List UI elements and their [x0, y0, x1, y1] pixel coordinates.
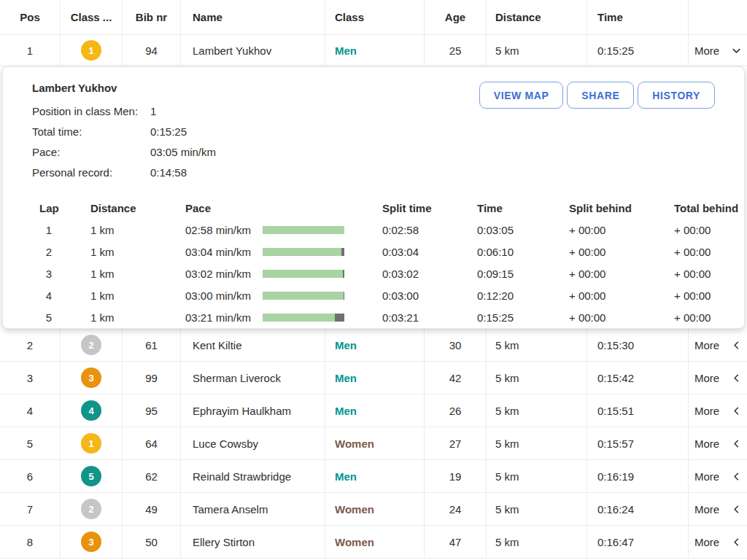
detail-value: 0:15:25: [150, 121, 216, 141]
table-row: 2 2 61 Kent Kiltie Men 30 5 km 0:15:30 M…: [0, 329, 747, 362]
lap-distance-col-header: Distance: [90, 202, 185, 214]
position-cell: 5: [0, 427, 61, 460]
lap-split-time: 0:03:04: [382, 246, 477, 258]
lap-distance: 1 km: [90, 289, 185, 302]
position-cell: 3: [0, 362, 61, 394]
name-cell: Lambert Yukhov: [181, 35, 325, 66]
lap-number: 5: [32, 311, 66, 324]
pace-behind-segment: [344, 292, 344, 300]
class-cell: Men: [325, 35, 425, 66]
distance-cell: 5 km: [487, 427, 587, 460]
distance-cell: 5 km: [487, 362, 587, 394]
bib-cell: 64: [123, 427, 181, 460]
class-position-cell: 3: [61, 362, 123, 394]
time-cell: 0:15:42: [587, 362, 689, 394]
more-label: More: [694, 372, 719, 384]
more-toggle[interactable]: More: [689, 427, 747, 460]
time-cell: 0:16:24: [587, 493, 689, 526]
lap-table: Lap Distance Pace Split time Time Split …: [32, 197, 735, 328]
more-toggle[interactable]: More: [689, 493, 747, 526]
more-label: More: [694, 536, 719, 548]
lap-split-time: 0:02:58: [382, 224, 477, 236]
col-header-age[interactable]: Age: [425, 0, 487, 35]
more-label: More: [694, 405, 719, 417]
lap-row: 5 1 km 03:21 min/km 0:03:21 0:15:25 + 00…: [32, 306, 735, 328]
lap-time: 0:03:05: [477, 224, 569, 236]
more-toggle[interactable]: More: [689, 460, 747, 493]
time-cell: 0:15:25: [587, 35, 689, 66]
name-cell: Kent Kiltie: [181, 329, 325, 362]
col-header-class[interactable]: Class: [325, 0, 425, 35]
class-position-cell: 2: [61, 493, 123, 526]
lap-total-behind: + 00:00: [674, 289, 744, 302]
more-toggle[interactable]: More: [689, 526, 747, 559]
time-cell: 0:15:51: [587, 394, 689, 427]
pace-behind-segment: [343, 270, 344, 278]
bib-cell: 62: [123, 460, 181, 493]
lap-pace: 03:02 min/km: [185, 268, 382, 280]
chevron-down-icon: [731, 45, 742, 56]
chevron-left-icon: [731, 373, 742, 384]
class-position-badge: 3: [81, 368, 101, 388]
class-position-cell: 3: [61, 526, 123, 559]
bib-cell: 99: [123, 362, 181, 394]
lap-pace-col-header: Pace: [185, 202, 382, 214]
lap-total-behind: + 00:00: [674, 268, 744, 280]
class-position-badge: 1: [81, 433, 101, 454]
more-label: More: [694, 438, 719, 450]
name-cell: Ellery Stirton: [181, 526, 325, 559]
age-cell: 25: [425, 35, 487, 66]
col-header-name[interactable]: Name: [181, 0, 325, 35]
more-toggle[interactable]: More: [689, 362, 747, 394]
col-header-distance[interactable]: Distance: [487, 0, 587, 35]
lap-split-behind-col-header: Split behind: [569, 202, 674, 214]
lap-pace: 03:21 min/km: [185, 311, 382, 324]
history-button[interactable]: HISTORY: [638, 82, 715, 109]
class-position-cell: 1: [61, 427, 123, 460]
lap-total-behind: + 00:00: [674, 311, 744, 324]
lap-time: 0:12:20: [477, 289, 569, 302]
class-position-badge: 2: [81, 499, 101, 519]
lap-time-col-header: Time: [477, 202, 569, 214]
col-header-more: [689, 0, 747, 35]
name-cell: Sherman Liverock: [181, 362, 325, 394]
col-header-class-pos[interactable]: Class ...: [61, 0, 123, 35]
col-header-time[interactable]: Time: [587, 0, 689, 35]
share-button[interactable]: SHARE: [567, 82, 634, 109]
chevron-left-icon: [731, 504, 742, 515]
col-header-bib[interactable]: Bib nr: [123, 0, 181, 35]
time-cell: 0:16:19: [587, 460, 689, 493]
lap-time: 0:06:10: [477, 246, 569, 258]
chevron-left-icon: [731, 438, 742, 449]
more-toggle[interactable]: More: [689, 394, 747, 427]
age-cell: 47: [425, 526, 487, 559]
lap-distance: 1 km: [90, 224, 185, 236]
distance-cell: 5 km: [487, 35, 587, 66]
class-position-badge: 2: [81, 335, 101, 355]
age-cell: 30: [425, 329, 487, 362]
results-table-header: Pos Class ... Bib nr Name Class Age Dist…: [0, 0, 747, 35]
chevron-left-icon: [731, 471, 742, 482]
position-cell: 2: [0, 329, 61, 362]
lap-distance: 1 km: [90, 311, 185, 324]
class-cell: Women: [325, 526, 425, 559]
position-cell: 4: [0, 394, 61, 427]
lap-split-behind: + 00:00: [569, 224, 674, 236]
lap-row: 4 1 km 03:00 min/km 0:03:00 0:12:20 + 00…: [32, 284, 735, 306]
pace-behind-segment: [341, 248, 344, 256]
bib-cell: 50: [123, 526, 181, 559]
distance-cell: 5 km: [487, 493, 587, 526]
lap-total-behind: + 00:00: [674, 246, 744, 258]
pace-bar: [263, 314, 344, 322]
time-cell: 0:16:47: [587, 526, 689, 559]
more-toggle[interactable]: More: [689, 35, 747, 66]
class-position-cell: 2: [61, 329, 123, 362]
detail-value: 0:14:58: [150, 162, 216, 182]
more-label: More: [694, 470, 719, 483]
lap-pace: 03:04 min/km: [185, 246, 382, 258]
lap-number: 3: [32, 268, 66, 280]
col-header-pos[interactable]: Pos: [0, 0, 61, 35]
view-map-button[interactable]: VIEW MAP: [479, 82, 564, 109]
more-toggle[interactable]: More: [689, 329, 747, 362]
class-position-cell: 1: [61, 35, 123, 66]
